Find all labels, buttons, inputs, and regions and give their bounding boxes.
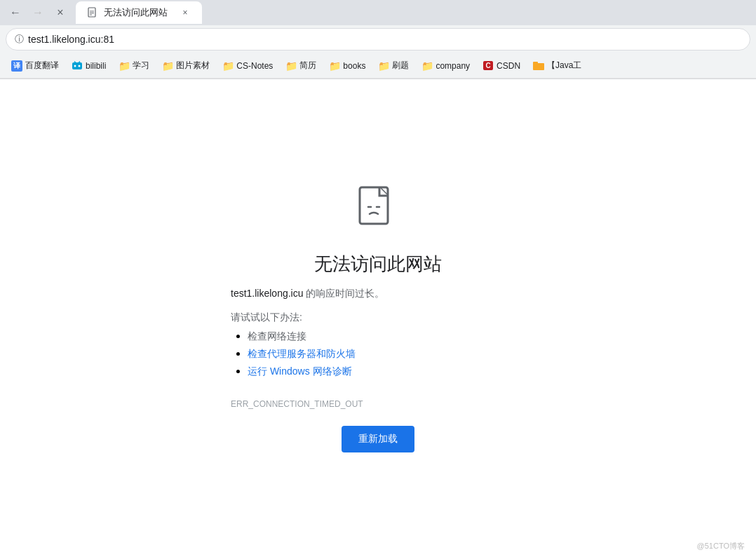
folder-icon: 📁 bbox=[222, 60, 234, 72]
watermark: @51CTO博客 bbox=[697, 541, 745, 551]
suggestions-label: 请试试以下办法: bbox=[231, 311, 525, 324]
bookmark-learn[interactable]: 📁 学习 bbox=[113, 57, 155, 74]
bookmark-label: CS-Notes bbox=[236, 61, 273, 71]
bookmark-label: 图片素材 bbox=[176, 60, 210, 72]
tab-close-button[interactable]: × bbox=[180, 7, 191, 18]
error-document-icon bbox=[353, 184, 403, 235]
folder-icon: 📁 bbox=[162, 60, 173, 72]
bookmark-label: CSDN bbox=[497, 61, 520, 71]
svg-rect-0 bbox=[88, 8, 95, 17]
suggestion-check-network: 检查网络连接 bbox=[248, 330, 525, 343]
folder-icon: 📁 bbox=[378, 60, 389, 72]
bookmark-label: bilibili bbox=[86, 61, 106, 71]
csdn-icon: C bbox=[482, 60, 494, 72]
active-tab[interactable]: 无法访问此网站 × bbox=[76, 1, 202, 24]
tab-bar: ← → × 无法访问此网站 × bbox=[0, 0, 756, 25]
bookmark-label: company bbox=[436, 61, 470, 71]
bookmark-label: 刷题 bbox=[392, 60, 409, 72]
bookmark-label: books bbox=[343, 61, 365, 71]
bookmark-java[interactable]: 【Java工 bbox=[527, 57, 587, 74]
suggestion-list: 检查网络连接 检查代理服务器和防火墙 运行 Windows 网络诊断 bbox=[231, 330, 525, 378]
folder-icon: 📁 bbox=[119, 60, 130, 72]
bookmark-images[interactable]: 📁 图片素材 bbox=[156, 57, 215, 74]
nav-buttons: ← → × bbox=[6, 3, 70, 22]
bookmark-label: 简历 bbox=[299, 60, 316, 72]
folder-icon: 📁 bbox=[421, 60, 433, 72]
address-bar-row: ⓘ test1.likelong.icu:81 bbox=[0, 25, 756, 53]
bookmark-company[interactable]: 📁 company bbox=[416, 58, 475, 74]
suggestion-run-diagnose[interactable]: 运行 Windows 网络诊断 bbox=[248, 365, 525, 378]
bookmark-cs-notes[interactable]: 📁 CS-Notes bbox=[217, 58, 278, 74]
back-button[interactable]: ← bbox=[6, 3, 25, 22]
forward-button[interactable]: → bbox=[28, 3, 48, 22]
suggestion-check-proxy[interactable]: 检查代理服务器和防火墙 bbox=[248, 347, 525, 361]
error-title: 无法访问此网站 bbox=[314, 252, 442, 276]
baidu-translate-icon: 译 bbox=[11, 60, 22, 72]
folder-icon bbox=[533, 60, 544, 72]
reload-button[interactable]: 重新加载 bbox=[342, 426, 414, 452]
bookmark-books[interactable]: 📁 books bbox=[323, 58, 371, 74]
error-domain: test1.likelong.icu bbox=[231, 288, 304, 299]
close-button[interactable]: × bbox=[50, 3, 70, 22]
error-subtitle-after: 的响应时间过长。 bbox=[304, 288, 385, 299]
tab-title: 无法访问此网站 bbox=[104, 6, 174, 19]
address-text: test1.likelong.icu:81 bbox=[28, 34, 114, 45]
browser-chrome: ← → × 无法访问此网站 × ⓘ test1.likelong.icu:81 … bbox=[0, 0, 756, 79]
address-icon: ⓘ bbox=[15, 33, 24, 46]
bookmark-label: 百度翻译 bbox=[25, 60, 59, 72]
svg-rect-4 bbox=[72, 62, 82, 69]
suggestion-link[interactable]: 检查代理服务器和防火墙 bbox=[248, 348, 356, 359]
error-suggestions: 请试试以下办法: 检查网络连接 检查代理服务器和防火墙 运行 Windows 网… bbox=[231, 311, 525, 382]
bookmark-label: 【Java工 bbox=[547, 60, 581, 72]
svg-point-5 bbox=[74, 65, 76, 67]
bookmark-label: 学习 bbox=[133, 60, 149, 72]
error-subtitle: test1.likelong.icu 的响应时间过长。 bbox=[231, 288, 525, 300]
bookmark-baidu-translate[interactable]: 译 百度翻译 bbox=[6, 57, 65, 74]
bookmark-bilibili[interactable]: bilibili bbox=[66, 58, 112, 74]
svg-rect-10 bbox=[533, 62, 538, 65]
bookmark-csdn[interactable]: C CSDN bbox=[477, 58, 526, 74]
suggestion-link-diagnose[interactable]: 运行 Windows 网络诊断 bbox=[248, 365, 352, 377]
bookmark-problems[interactable]: 📁 刷题 bbox=[372, 57, 414, 74]
bilibili-icon bbox=[72, 60, 83, 72]
error-code: ERR_CONNECTION_TIMED_OUT bbox=[231, 399, 525, 409]
svg-point-6 bbox=[79, 65, 81, 67]
page-content: 无法访问此网站 test1.likelong.icu 的响应时间过长。 请试试以… bbox=[0, 79, 756, 557]
bookmark-resume[interactable]: 📁 简历 bbox=[280, 57, 322, 74]
tab-favicon bbox=[87, 7, 98, 18]
folder-icon: 📁 bbox=[285, 60, 297, 72]
folder-icon: 📁 bbox=[329, 60, 340, 72]
address-bar[interactable]: ⓘ test1.likelong.icu:81 bbox=[6, 28, 750, 51]
bookmarks-bar: 译 百度翻译 bilibili 📁 学习 📁 图片素 bbox=[0, 53, 756, 79]
suggestion-text: 检查网络连接 bbox=[248, 330, 306, 342]
